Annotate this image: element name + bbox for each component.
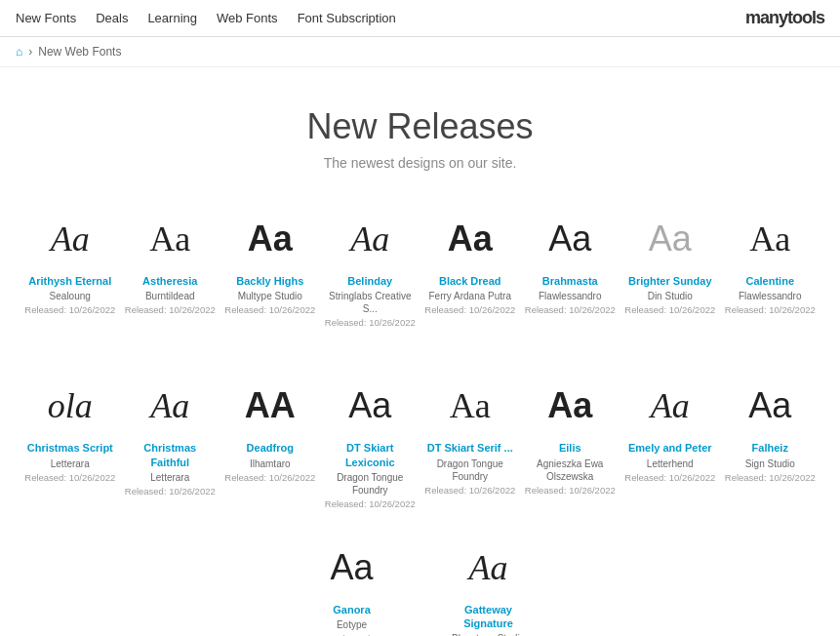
font-grid-row3: AaGanoraEotypeReleased: 10/26/2022AaGatt…	[1, 529, 840, 636]
font-preview: Aa	[330, 538, 373, 597]
font-preview: Aa	[248, 210, 293, 268]
font-studio: Agnieszka Ewa Olszewska	[524, 457, 617, 483]
font-name: Backly Highs	[236, 274, 303, 288]
font-date: Released: 10/26/2022	[125, 304, 216, 315]
font-studio: Dragon Tongue Foundry	[424, 457, 517, 483]
font-studio: Letterara	[51, 457, 90, 470]
font-preview: Aa	[350, 210, 389, 268]
font-name: Eilis	[559, 441, 581, 455]
font-card[interactable]: AaChristmas FaithfulLetteraraReleased: 1…	[120, 367, 220, 519]
font-name: Brighter Sunday	[628, 274, 712, 288]
font-preview: Aa	[150, 377, 189, 435]
font-card[interactable]: AaBelindayStringlabs Creative S...Releas…	[320, 200, 420, 338]
font-studio: Letterara	[150, 471, 189, 484]
font-name: Brahmasta	[542, 274, 598, 288]
font-studio: Ferry Ardana Putra	[429, 290, 511, 302]
font-preview: Aa	[547, 377, 592, 435]
font-date: Released: 10/26/2022	[125, 486, 216, 497]
font-studio: Flawlessandro	[739, 290, 801, 302]
font-name: Calentine	[745, 274, 794, 288]
font-date: Released: 10/26/2022	[224, 472, 315, 483]
font-preview: Aa	[348, 377, 391, 435]
font-card[interactable]: AaAstheresiaBurntildeadReleased: 10/26/2…	[120, 200, 220, 338]
font-date: Released: 10/26/2022	[424, 485, 515, 496]
font-card[interactable]: AaBrighter SundayDin StudioReleased: 10/…	[620, 200, 721, 338]
font-studio: Din Studio	[648, 290, 693, 302]
font-card[interactable]: AaCalentineFlawlessandroReleased: 10/26/…	[720, 200, 820, 338]
font-name: Christmas Faithful	[124, 441, 217, 469]
font-studio: Bluestype Studio	[452, 632, 525, 636]
nav-web-fonts[interactable]: Web Fonts	[217, 11, 278, 25]
breadcrumb-current: New Web Fonts	[38, 45, 121, 59]
font-name: DT Skiart Lexiconic	[324, 441, 417, 469]
font-date: Released: 10/26/2022	[24, 472, 115, 483]
font-name: Christmas Script	[27, 441, 113, 455]
font-preview: Aa	[448, 210, 493, 268]
font-card[interactable]: AaGatteway SignatureBluestype StudioRele…	[440, 529, 538, 636]
font-card[interactable]: AaEmely and PeterLetterhendReleased: 10/…	[620, 367, 721, 519]
font-preview: ola	[48, 377, 93, 435]
font-card[interactable]: AaFalheizSign StudioReleased: 10/26/2022	[720, 367, 820, 519]
brand-logo[interactable]: manytools	[745, 8, 824, 28]
breadcrumb: ⌂ › New Web Fonts	[0, 37, 840, 67]
font-studio: Burntildead	[145, 290, 195, 302]
nav-deals[interactable]: Deals	[96, 11, 128, 25]
font-preview: Aa	[749, 210, 790, 268]
page-subtitle: The newest designs on our site.	[20, 155, 820, 171]
font-name: Emely and Peter	[628, 441, 712, 455]
hero-section: New Releases The newest designs on our s…	[0, 67, 840, 190]
font-card[interactable]: AaBackly HighsMultype StudioReleased: 10…	[220, 200, 321, 338]
font-date: Released: 10/26/2022	[224, 304, 315, 315]
nav-links: New Fonts Deals Learning Web Fonts Font …	[16, 11, 396, 25]
font-card[interactable]: AaBlack DreadFerry Ardana PutraReleased:…	[420, 200, 521, 338]
font-date: Released: 10/26/2022	[525, 304, 616, 315]
font-grid-row1: AaArithysh EternalSealoungReleased: 10/2…	[1, 190, 840, 367]
font-card[interactable]: AaDT Skiart LexiconicDragon Tongue Found…	[320, 367, 420, 519]
font-date: Released: 10/26/2022	[725, 472, 816, 483]
font-name: Black Dread	[439, 274, 501, 288]
font-card[interactable]: AADeadfrogIlhamtaroReleased: 10/26/2022	[220, 367, 321, 519]
font-studio: Sealoung	[50, 290, 91, 302]
font-studio: Flawlessandro	[539, 290, 601, 302]
font-card[interactable]: olaChristmas ScriptLetteraraReleased: 10…	[20, 367, 121, 519]
font-studio: Ilhamtaro	[250, 457, 291, 470]
font-name: Ganora	[333, 603, 371, 616]
font-card[interactable]: AaArithysh EternalSealoungReleased: 10/2…	[20, 200, 121, 338]
font-name: DT Skiart Serif ...	[427, 441, 513, 455]
font-preview: Aa	[548, 210, 591, 268]
nav-new-fonts[interactable]: New Fonts	[16, 11, 76, 25]
font-preview: AA	[245, 377, 296, 435]
main-nav: New Fonts Deals Learning Web Fonts Font …	[0, 0, 840, 37]
nav-learning[interactable]: Learning	[147, 11, 197, 25]
font-preview: Aa	[649, 210, 692, 268]
font-preview: Aa	[469, 538, 508, 597]
font-date: Released: 10/26/2022	[325, 317, 416, 328]
nav-font-subscription[interactable]: Font Subscription	[298, 11, 396, 25]
font-name: Gatteway Signature	[444, 603, 534, 631]
font-studio: Letterhend	[647, 457, 694, 470]
font-date: Released: 10/26/2022	[424, 304, 515, 315]
font-grid-row2: olaChristmas ScriptLetteraraReleased: 10…	[1, 367, 840, 529]
font-preview: Aa	[748, 377, 791, 435]
font-name: Astheresia	[142, 274, 197, 288]
font-preview: Aa	[651, 377, 690, 435]
font-date: Released: 10/26/2022	[624, 472, 715, 483]
font-name: Deadfrog	[247, 441, 294, 455]
font-studio: Eotype	[337, 618, 367, 631]
font-date: Released: 10/26/2022	[24, 304, 115, 315]
font-studio: Sign Studio	[745, 457, 795, 470]
font-name: Arithysh Eternal	[28, 274, 111, 288]
font-date: Released: 10/26/2022	[325, 498, 416, 509]
font-preview: Aa	[450, 377, 491, 435]
font-studio: Multype Studio	[238, 290, 302, 302]
breadcrumb-home[interactable]: ⌂	[16, 45, 22, 59]
font-preview: Aa	[51, 210, 90, 268]
font-card[interactable]: AaDT Skiart Serif ...Dragon Tongue Found…	[420, 367, 521, 519]
font-date: Released: 10/26/2022	[725, 304, 816, 315]
font-card[interactable]: AaBrahmastaFlawlessandroReleased: 10/26/…	[520, 200, 620, 338]
font-name: Falheiz	[752, 441, 788, 455]
font-card[interactable]: AaEilisAgnieszka Ewa OlszewskaReleased: …	[520, 367, 620, 519]
font-name: Belinday	[347, 274, 392, 288]
font-date: Released: 10/26/2022	[624, 304, 715, 315]
font-card[interactable]: AaGanoraEotypeReleased: 10/26/2022	[303, 529, 401, 636]
